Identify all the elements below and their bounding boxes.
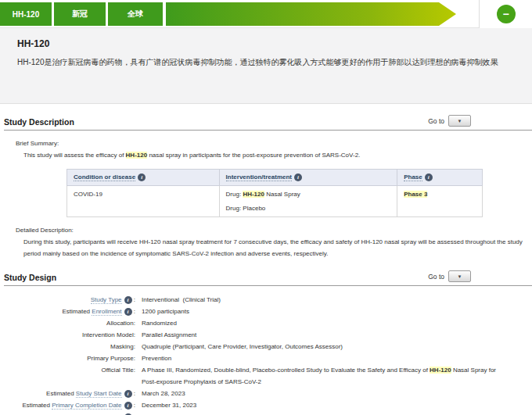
primary-completion-date-link[interactable]: Primary Completion Date [52, 402, 121, 410]
intervention-cell: Drug: HH-120 Nasal Spray Drug: Placebo [219, 186, 397, 217]
field-study-start-date: Estimated Study Start Datei : March 28, … [4, 388, 532, 399]
field-allocation: Allocation: Randomized [4, 317, 532, 329]
goto-dropdown[interactable]: ▼ [448, 270, 471, 282]
intervention-model-value: Parallel Assignment [142, 329, 196, 341]
goto-control: Go to ▼ [428, 270, 471, 282]
search-highlight: HH-120 [126, 152, 148, 159]
condition-cell: COVID-19 [67, 186, 220, 217]
primary-purpose-value: Prevention [142, 352, 171, 364]
table-header-row: Condition or diseasei Intervention/treat… [67, 170, 483, 186]
intervention-line: Drug: HH-120 Nasal Spray [226, 191, 391, 198]
chevron-down-icon: ▼ [458, 119, 462, 123]
section-title-study-design: Study Design [4, 273, 56, 282]
study-start-date-link[interactable]: Study Start Date [76, 390, 122, 398]
goto-dropdown[interactable]: ▼ [448, 115, 471, 127]
brief-summary-text: This study will assess the efficacy of H… [23, 149, 524, 161]
study-description-header: Study Description Go to ▼ [4, 115, 532, 131]
top-banner: HH-120 新冠 全球 − [0, 0, 532, 28]
enrollment-value: 1200 participants [142, 306, 189, 317]
primary-completion-date-value: December 31, 2023 [142, 399, 196, 411]
collapse-area: − [479, 0, 532, 28]
drug-title: HH-120 [17, 38, 515, 49]
brief-summary-post: nasal spray in participants for the post… [147, 152, 360, 159]
banner-segment-drug[interactable]: HH-120 [0, 2, 52, 26]
intervention-post: Nasal Spray [264, 191, 300, 198]
banner-segment-region[interactable]: 全球 [108, 2, 163, 26]
field-official-title: Official Title: A Phase III, Randomized,… [4, 364, 532, 388]
info-icon[interactable]: i [138, 174, 146, 181]
goto-label: Go to [428, 117, 444, 125]
goto-control: Go to ▼ [428, 115, 471, 127]
minus-icon: − [502, 9, 509, 20]
banner-segment-indication[interactable]: 新冠 [54, 2, 106, 26]
intervention-pre: Drug: [226, 191, 243, 198]
field-study-type: Study Typei : Interventional (Clinical T… [4, 294, 532, 306]
intervention-header-link[interactable]: Intervention/treatment [226, 174, 292, 181]
phase-cell: Phase 3 [397, 186, 483, 217]
header-intervention: Intervention/treatmenti [219, 170, 397, 186]
brief-summary-label: Brief Summary: [16, 140, 532, 147]
drug-description: HH-120是治疗新冠病毒的药物，具有广谱的冠状病毒抑制功能，通过独特的雾化吸入… [17, 55, 515, 69]
field-intervention-model: Intervention Model: Parallel Assignment [4, 329, 532, 341]
field-primary-purpose: Primary Purpose: Prevention [4, 352, 532, 364]
section-title-study-description: Study Description [4, 117, 74, 127]
search-highlight: HH-120 [243, 191, 264, 198]
field-masking: Masking: Quadruple (Participant, Care Pr… [4, 341, 532, 352]
collapse-button[interactable]: − [497, 5, 516, 23]
masking-value: Quadruple (Participant, Care Provider, I… [142, 341, 343, 352]
study-design-fields: Study Typei : Interventional (Clinical T… [4, 294, 532, 415]
info-icon[interactable]: i [294, 174, 302, 181]
conditions-table: Condition or diseasei Intervention/treat… [66, 169, 483, 217]
field-enrollment: Estimated Enrollmenti : 1200 participant… [4, 306, 532, 317]
goto-label: Go to [428, 273, 444, 281]
intervention-line: Drug: Placebo [226, 205, 391, 212]
search-highlight: HH-120 [430, 367, 451, 374]
study-start-date-value: March 28, 2023 [142, 388, 185, 399]
drug-summary-card: HH-120 HH-120是治疗新冠病毒的药物，具有广谱的冠状病毒抑制功能，通过… [0, 28, 532, 104]
table-row: COVID-19 Drug: HH-120 Nasal Spray Drug: … [67, 186, 483, 217]
study-type-link[interactable]: Study Type [91, 296, 122, 304]
condition-header-link[interactable]: Condition or disease [74, 174, 135, 181]
phase-header-link[interactable]: Phase [404, 174, 422, 181]
info-icon[interactable]: i [124, 296, 132, 304]
chevron-down-icon: ▼ [458, 274, 462, 279]
header-condition: Condition or diseasei [67, 170, 220, 186]
detailed-description-label: Detailed Description: [16, 227, 532, 234]
enrollment-link[interactable]: Enrollment [92, 308, 121, 316]
study-completion-date-value: June 1, 2024 [142, 411, 178, 415]
brief-summary-pre: This study will assess the efficacy of [23, 152, 126, 159]
info-icon[interactable]: i [124, 390, 132, 398]
banner-progress-arrow [166, 2, 456, 26]
info-icon[interactable]: i [425, 174, 433, 181]
field-primary-completion-date: Estimated Primary Completion Datei : Dec… [4, 399, 532, 411]
phase-value: Phase 3 [404, 191, 427, 198]
field-study-completion-date: Estimated Study Completion Datei : June … [4, 411, 532, 415]
header-phase: Phasei [397, 170, 483, 186]
study-design-header: Study Design Go to ▼ [4, 270, 532, 286]
detailed-description-text: During this study, participants will rec… [23, 236, 524, 259]
study-type-value: Interventional (Clinical Trial) [142, 294, 221, 306]
allocation-value: Randomized [142, 317, 177, 329]
official-title-value: A Phase III, Randomized, Double-blind, P… [142, 364, 509, 388]
info-icon[interactable]: i [124, 308, 132, 316]
info-icon[interactable]: i [124, 402, 132, 410]
main-content: Study Description Go to ▼ Brief Summary:… [0, 115, 532, 415]
